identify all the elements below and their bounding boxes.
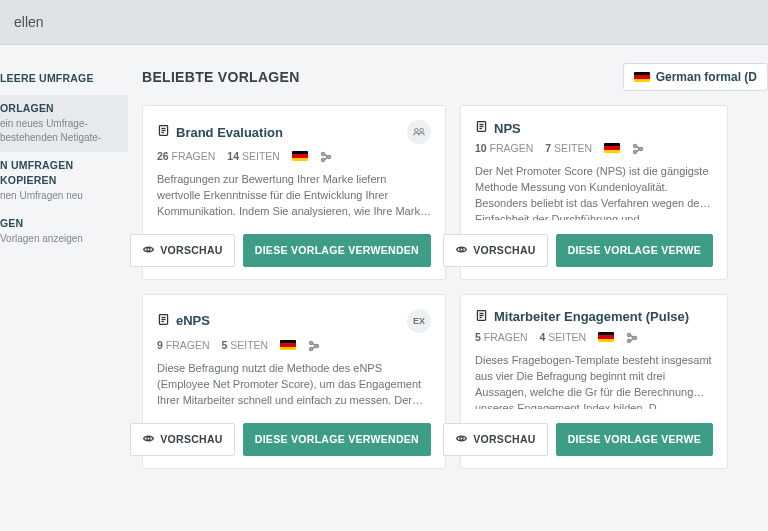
- branch-icon: [632, 143, 642, 153]
- use-template-button[interactable]: DIESE VORLAGE VERWENDEN: [243, 234, 431, 267]
- template-card: NPS10 FRAGEN7 SEITENDer Net Promoter Sco…: [460, 105, 728, 280]
- template-card: Brand Evaluation26 FRAGEN14 SEITENBefrag…: [142, 105, 446, 280]
- branch-icon: [626, 332, 636, 342]
- seiten-count: 4 SEITEN: [540, 331, 587, 343]
- main-content: BELIEBTE VORLAGEN German formal (D Brand…: [128, 45, 768, 469]
- seiten-count: 14 SEITEN: [227, 150, 280, 162]
- sidebar-item-empty-survey[interactable]: LEERE UMFRAGE: [0, 65, 128, 95]
- document-icon: [475, 309, 488, 325]
- language-selector[interactable]: German formal (D: [623, 63, 768, 91]
- sidebar: LEERE UMFRAGE ORLAGEN ein neues Umfrage-…: [0, 45, 128, 469]
- card-actions: VORSCHAUDIESE VORLAGE VERWE: [475, 423, 713, 456]
- svg-point-17: [460, 248, 463, 251]
- sidebar-item-label: GEN: [0, 216, 120, 230]
- seiten-count: 7 SEITEN: [545, 142, 592, 154]
- preview-button[interactable]: VORSCHAU: [443, 234, 548, 267]
- svg-point-33: [460, 437, 463, 440]
- card-description: Befragungen zur Bewertung Ihrer Marke li…: [157, 172, 431, 220]
- card-description: Dieses Fragebogen-Template besteht insge…: [475, 353, 713, 409]
- card-title-wrap: eNPS: [157, 313, 210, 329]
- card-actions: VORSCHAUDIESE VORLAGE VERWENDEN: [157, 234, 431, 267]
- sidebar-item-sub: Vorlagen anzeigen: [0, 232, 120, 246]
- preview-button[interactable]: VORSCHAU: [130, 423, 235, 456]
- use-template-label: DIESE VORLAGE VERWE: [568, 433, 701, 445]
- use-template-button[interactable]: DIESE VORLAGE VERWE: [556, 423, 713, 456]
- seiten-count: 5 SEITEN: [222, 339, 269, 351]
- preview-label: VORSCHAU: [160, 433, 223, 445]
- use-template-label: DIESE VORLAGE VERWENDEN: [255, 433, 419, 445]
- document-icon: [157, 313, 170, 329]
- flag-de-icon: [598, 332, 614, 342]
- preview-label: VORSCHAU: [473, 433, 536, 445]
- layout: LEERE UMFRAGE ORLAGEN ein neues Umfrage-…: [0, 45, 768, 469]
- fragen-count: 9 FRAGEN: [157, 339, 210, 351]
- branch-icon: [308, 340, 318, 350]
- card-header: Mitarbeiter Engagement (Pulse): [475, 309, 713, 325]
- flag-de-icon: [604, 143, 620, 153]
- card-meta: 26 FRAGEN14 SEITEN: [157, 150, 431, 162]
- template-grid: Brand Evaluation26 FRAGEN14 SEITENBefrag…: [142, 105, 768, 469]
- document-icon: [475, 120, 488, 136]
- use-template-button[interactable]: DIESE VORLAGE VERWENDEN: [243, 423, 431, 456]
- card-actions: VORSCHAUDIESE VORLAGE VERWE: [475, 234, 713, 267]
- card-description: Diese Befragung nutzt die Methode des eN…: [157, 361, 431, 409]
- section-title: BELIEBTE VORLAGEN: [142, 69, 300, 85]
- sidebar-item-label: ORLAGEN: [0, 101, 120, 115]
- svg-point-5: [420, 129, 424, 133]
- use-template-label: DIESE VORLAGE VERWE: [568, 244, 701, 256]
- eye-icon: [142, 432, 155, 447]
- card-title-wrap: NPS: [475, 120, 521, 136]
- card-title-wrap: Brand Evaluation: [157, 124, 283, 140]
- card-meta: 9 FRAGEN5 SEITEN: [157, 339, 431, 351]
- preview-label: VORSCHAU: [473, 244, 536, 256]
- card-title: NPS: [494, 121, 521, 136]
- preview-button[interactable]: VORSCHAU: [443, 423, 548, 456]
- svg-point-25: [147, 437, 150, 440]
- eye-icon: [455, 243, 468, 258]
- card-title: Mitarbeiter Engagement (Pulse): [494, 309, 689, 324]
- card-title: eNPS: [176, 313, 210, 328]
- preview-label: VORSCHAU: [160, 244, 223, 256]
- card-title-wrap: Mitarbeiter Engagement (Pulse): [475, 309, 689, 325]
- card-header: Brand Evaluation: [157, 120, 431, 144]
- eye-icon: [455, 432, 468, 447]
- sidebar-item-sub: ein neues Umfrage- bestehenden Netigate-: [0, 117, 120, 144]
- topbar: ellen: [0, 0, 768, 45]
- card-header: eNPSEX: [157, 309, 431, 333]
- use-template-button[interactable]: DIESE VORLAGE VERWE: [556, 234, 713, 267]
- topbar-title: ellen: [14, 14, 44, 30]
- flag-de-icon: [634, 72, 650, 82]
- card-meta: 10 FRAGEN7 SEITEN: [475, 142, 713, 154]
- ex-badge: EX: [407, 309, 431, 333]
- card-title: Brand Evaluation: [176, 125, 283, 140]
- sidebar-item-sub: nen Umfragen neu: [0, 189, 120, 203]
- eye-icon: [142, 243, 155, 258]
- svg-point-9: [147, 248, 150, 251]
- sidebar-item-more-templates[interactable]: GEN Vorlagen anzeigen: [0, 210, 128, 254]
- template-card: Mitarbeiter Engagement (Pulse)5 FRAGEN4 …: [460, 294, 728, 469]
- use-template-label: DIESE VORLAGE VERWENDEN: [255, 244, 419, 256]
- flag-de-icon: [292, 151, 308, 161]
- template-card: eNPSEX9 FRAGEN5 SEITENDiese Befragung nu…: [142, 294, 446, 469]
- fragen-count: 5 FRAGEN: [475, 331, 528, 343]
- card-meta: 5 FRAGEN4 SEITEN: [475, 331, 713, 343]
- header-row: BELIEBTE VORLAGEN German formal (D: [142, 63, 768, 91]
- flag-de-icon: [280, 340, 296, 350]
- document-icon: [157, 124, 170, 140]
- people-badge-icon: [407, 120, 431, 144]
- card-description: Der Net Promoter Score (NPS) ist die gän…: [475, 164, 713, 220]
- card-actions: VORSCHAUDIESE VORLAGE VERWENDEN: [157, 423, 431, 456]
- fragen-count: 26 FRAGEN: [157, 150, 215, 162]
- sidebar-item-label: N UMFRAGEN KOPIEREN: [0, 158, 120, 186]
- branch-icon: [320, 151, 330, 161]
- card-header: NPS: [475, 120, 713, 136]
- sidebar-item-copy-survey[interactable]: N UMFRAGEN KOPIEREN nen Umfragen neu: [0, 152, 128, 210]
- fragen-count: 10 FRAGEN: [475, 142, 533, 154]
- sidebar-item-label: LEERE UMFRAGE: [0, 71, 120, 85]
- preview-button[interactable]: VORSCHAU: [130, 234, 235, 267]
- language-label: German formal (D: [656, 70, 757, 84]
- sidebar-item-templates[interactable]: ORLAGEN ein neues Umfrage- bestehenden N…: [0, 95, 128, 152]
- svg-point-4: [415, 129, 419, 133]
